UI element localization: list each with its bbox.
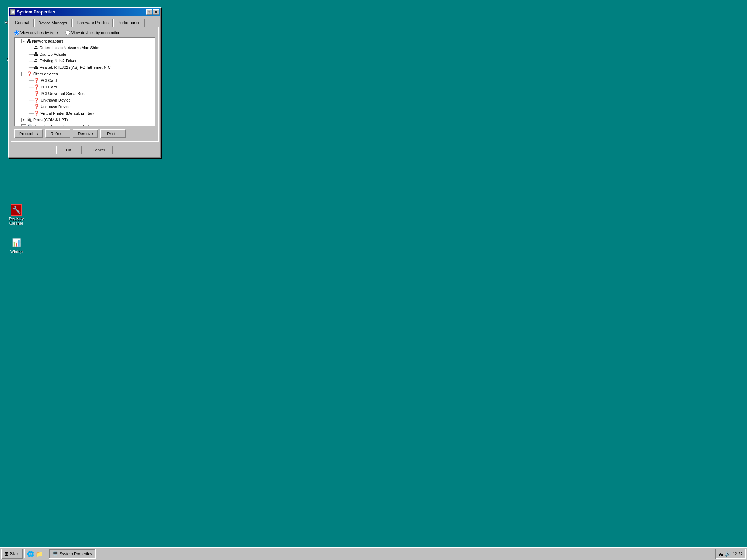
button-row: Properties Refresh Remove Print... xyxy=(14,129,155,138)
dashes-connector: ── xyxy=(29,105,34,109)
tray-network-icon: 🖧 xyxy=(718,551,723,557)
tree-item-label: Dial-Up Adapter xyxy=(39,52,68,56)
window-title: System Properties xyxy=(17,9,145,15)
taskbar: ⊞ Start 🌐 📁 🖥️ System Properties 🖧 🔊 12:… xyxy=(0,547,747,560)
device-tree[interactable]: − 🖧 Network adapters ── 🖧 Deterministic … xyxy=(14,37,155,126)
adapter-icon: 🖧 xyxy=(34,58,38,63)
unknown-device-icon: ❓ xyxy=(34,104,39,109)
unknown-device-icon: ❓ xyxy=(34,78,39,83)
tray-volume-icon: 🔊 xyxy=(725,551,731,557)
tree-item-label: Network adapters xyxy=(32,39,63,43)
tree-item-label: PCI Card xyxy=(40,78,57,83)
tree-item-label: PCI Card xyxy=(40,85,57,89)
unknown-device-icon: ❓ xyxy=(34,111,39,116)
radio-by-connection-label[interactable]: View devices by connection xyxy=(65,30,121,35)
taskbar-divider-2 xyxy=(47,549,47,558)
expand-other[interactable]: − xyxy=(21,72,26,76)
tab-general[interactable]: General xyxy=(11,19,34,27)
radio-by-type[interactable] xyxy=(14,30,19,35)
start-button[interactable]: ⊞ Start xyxy=(1,549,23,559)
dashes-connector: ── xyxy=(29,79,34,83)
unknown-icon: ❓ xyxy=(27,71,32,76)
tab-performance[interactable]: Performance xyxy=(113,19,145,27)
tree-item-unknown-1[interactable]: ── ❓ Unknown Device xyxy=(15,97,154,103)
tree-item-virtual-printer[interactable]: ── ❓ Virtual Printer (Default printer) xyxy=(15,110,154,117)
tree-item-other-devices[interactable]: − ❓ Other devices xyxy=(15,71,154,77)
tree-item-label: Existing Ndis2 Driver xyxy=(39,59,77,63)
tree-item-network-adapters[interactable]: − 🖧 Network adapters xyxy=(15,38,154,44)
dashes-connector: ── xyxy=(29,52,34,56)
tab-hardware-profiles[interactable]: Hardware Profiles xyxy=(72,19,113,27)
help-button[interactable]: ? xyxy=(146,9,152,15)
radio-by-connection[interactable] xyxy=(65,30,70,35)
adapter-icon: 🖧 xyxy=(34,45,38,50)
windows-logo-icon: ⊞ xyxy=(4,551,9,557)
tree-item-label: Deterministic Networks Mac Shim xyxy=(39,46,99,50)
system-properties-window: 🖥 System Properties ? ✕ General Device M… xyxy=(8,7,161,158)
clock: 12:22 xyxy=(732,552,743,556)
desktop-icon-wintop[interactable]: 📊 Wintop xyxy=(4,237,29,254)
wintop-icon: 📊 xyxy=(11,237,22,248)
tree-item-ndis2[interactable]: ── 🖧 Existing Ndis2 Driver xyxy=(15,58,154,64)
desktop-icon-registry-cleaner[interactable]: 🔧 RegistryCleaner xyxy=(4,204,29,225)
window-icon: 🖥 xyxy=(10,9,15,15)
radio-group: View devices by type View devices by con… xyxy=(14,30,155,35)
sound-icon: 🔊 xyxy=(27,124,32,126)
tree-item-pci-usb[interactable]: ── ❓ PCI Universal Serial Bus xyxy=(15,90,154,97)
registry-icon: 🔧 xyxy=(11,204,22,216)
dashes-connector: ── xyxy=(29,98,34,102)
tree-item-sound[interactable]: − 🔊 Sound, video and game controllers xyxy=(15,123,154,126)
tab-device-manager[interactable]: Device Manager xyxy=(34,19,72,27)
tree-item-ports[interactable]: + 🔌 Ports (COM & LPT) xyxy=(15,117,154,123)
dashes-connector: ── xyxy=(29,46,34,50)
taskbar-item-system-props[interactable]: 🖥️ System Properties xyxy=(49,549,96,559)
tab-bar: General Device Manager Hardware Profiles… xyxy=(9,16,160,27)
expand-network[interactable]: − xyxy=(21,39,26,43)
refresh-button[interactable]: Refresh xyxy=(45,129,70,138)
tree-item-pci-card-1[interactable]: ── ❓ PCI Card xyxy=(15,77,154,84)
title-bar: 🖥 System Properties ? ✕ xyxy=(9,8,160,16)
taskbar-item-label: System Properties xyxy=(59,552,92,556)
quick-launch-ie[interactable]: 🌐 xyxy=(26,549,35,558)
tree-item-label: Unknown Device xyxy=(40,98,71,102)
radio-by-type-label[interactable]: View devices by type xyxy=(14,30,58,35)
dashes-connector: ── xyxy=(29,111,34,115)
tree-item-label: Other devices xyxy=(33,72,58,76)
adapter-icon: 🖧 xyxy=(34,52,38,57)
dialog-footer: OK Cancel xyxy=(9,143,160,157)
title-bar-buttons: ? ✕ xyxy=(146,9,159,15)
tree-item-unknown-2[interactable]: ── ❓ Unknown Device xyxy=(15,103,154,110)
tree-item-deterministic[interactable]: ── 🖧 Deterministic Networks Mac Shim xyxy=(15,44,154,51)
tree-item-label: Realtek RTL8029(AS) PCI Ethernet NIC xyxy=(39,65,110,70)
tab-content: View devices by type View devices by con… xyxy=(11,27,159,142)
tree-item-label: PCI Universal Serial Bus xyxy=(40,91,84,96)
unknown-device-icon: ❓ xyxy=(34,91,39,96)
properties-button[interactable]: Properties xyxy=(14,129,43,138)
taskbar-divider xyxy=(24,549,25,558)
cancel-button[interactable]: Cancel xyxy=(85,146,113,154)
tree-item-pci-card-2[interactable]: ── ❓ PCI Card xyxy=(15,84,154,90)
remove-button[interactable]: Remove xyxy=(73,129,98,138)
dashes-connector: ── xyxy=(29,85,34,89)
expand-sound[interactable]: − xyxy=(21,124,26,126)
unknown-device-icon: ❓ xyxy=(34,98,39,103)
start-label: Start xyxy=(10,551,20,556)
dashes-connector: ── xyxy=(29,59,34,63)
close-button[interactable]: ✕ xyxy=(153,9,159,15)
taskbar-item-icon: 🖥️ xyxy=(52,551,58,556)
tree-item-label: Ports (COM & LPT) xyxy=(33,118,68,122)
tree-item-label: Sound, video and game controllers xyxy=(33,124,95,126)
tree-item-label: Unknown Device xyxy=(40,104,71,109)
tree-item-realtek[interactable]: ── 🖧 Realtek RTL8029(AS) PCI Ethernet NI… xyxy=(15,64,154,71)
quick-launch-folder[interactable]: 📁 xyxy=(35,549,44,558)
system-tray: 🖧 🔊 12:22 xyxy=(715,549,746,559)
expand-ports[interactable]: + xyxy=(21,118,26,122)
ok-button[interactable]: OK xyxy=(56,146,82,154)
icon-label: RegistryCleaner xyxy=(9,217,24,225)
print-button[interactable]: Print... xyxy=(100,129,126,138)
ports-icon: 🔌 xyxy=(27,117,32,122)
tree-item-dialup[interactable]: ── 🖧 Dial-Up Adapter xyxy=(15,51,154,58)
adapter-icon: 🖧 xyxy=(34,65,38,70)
unknown-device-icon: ❓ xyxy=(34,84,39,90)
icon-label: Wintop xyxy=(10,249,23,254)
